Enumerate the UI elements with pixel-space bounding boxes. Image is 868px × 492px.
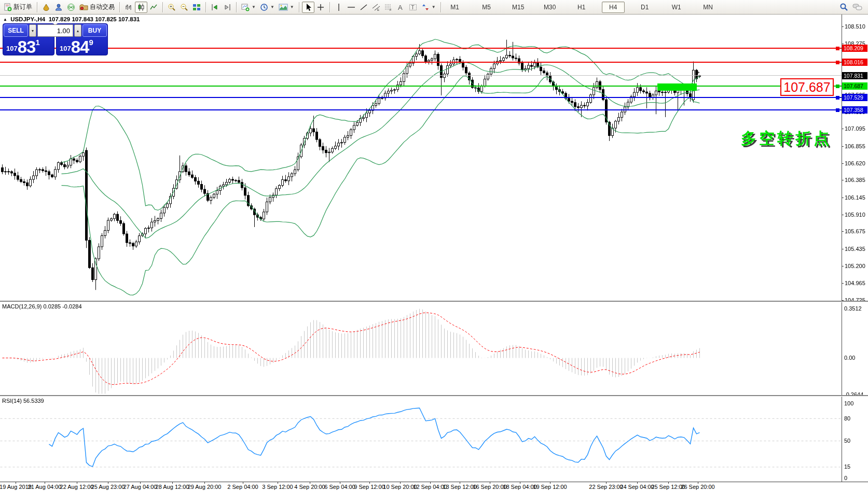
- annotation-text[interactable]: 多空转折点: [741, 128, 832, 149]
- buy-button[interactable]: BUY: [82, 24, 107, 37]
- candlestick-mode-button[interactable]: [135, 2, 147, 13]
- time-axis-label: 26 Sep 20:00: [681, 484, 714, 490]
- timeframe-button-w1[interactable]: W1: [665, 2, 688, 13]
- collapse-triangle-icon[interactable]: ▲: [3, 17, 7, 22]
- dropdown-caret: ▼: [290, 5, 294, 9]
- price-level-line[interactable]: [0, 97, 842, 98]
- highlight-rectangle[interactable]: [657, 83, 697, 91]
- trendline-tool-button[interactable]: [357, 2, 370, 13]
- tile-windows-button[interactable]: [190, 2, 203, 13]
- ohlc-values: 107.829 107.843 107.825 107.831: [49, 16, 140, 22]
- arrows-tool-button[interactable]: ▼: [419, 2, 438, 13]
- templates-button[interactable]: ▼: [277, 2, 296, 13]
- volume-down-button[interactable]: ▼: [29, 24, 36, 37]
- rsi-pane-canvas[interactable]: [0, 396, 842, 482]
- buy-price-point: 9: [89, 38, 93, 47]
- price-level-badge: 107.831: [842, 72, 867, 79]
- autotrading-button[interactable]: 自动交易: [77, 2, 117, 13]
- timeframe-button-m30[interactable]: M30: [539, 2, 561, 13]
- auto-scroll-button[interactable]: [209, 2, 221, 13]
- price-level-line[interactable]: [0, 62, 842, 63]
- price-level-line[interactable]: [0, 48, 842, 49]
- timeframe-button-m15[interactable]: M15: [507, 2, 530, 13]
- time-axis-label: 27 Aug 04:00: [123, 484, 157, 490]
- broadcast-button[interactable]: [65, 2, 77, 13]
- broadcast-icon: [67, 3, 75, 11]
- line-anchor-handle[interactable]: [836, 61, 839, 64]
- price-level-line[interactable]: [0, 86, 842, 87]
- periods-button[interactable]: ▼: [258, 2, 277, 13]
- symbol-period-label: USDJPY-,H4: [10, 16, 45, 22]
- cursor-tool-button[interactable]: [302, 2, 314, 13]
- vertical-line-tool-button[interactable]: [333, 2, 345, 13]
- horizontal-line-tool-button[interactable]: [345, 2, 357, 13]
- time-axis-label: 24 Sep 04:00: [620, 484, 654, 490]
- candlestick-chart-canvas[interactable]: [0, 15, 842, 301]
- text-tool-button[interactable]: A: [395, 2, 407, 13]
- tile-windows-icon: [192, 3, 201, 11]
- timeframe-button-m1[interactable]: M1: [444, 2, 466, 13]
- time-axis-label: 9 Sep 12:00: [354, 484, 384, 490]
- price-level-badge: 108.209: [842, 45, 867, 52]
- line-anchor-handle[interactable]: [836, 108, 839, 112]
- rsi-pane-separator[interactable]: [0, 395, 868, 396]
- zoom-in-button[interactable]: [166, 2, 178, 13]
- auto-scroll-icon: [211, 3, 219, 11]
- timeframe-button-mn[interactable]: MN: [697, 2, 720, 13]
- time-axis-label: 29 Aug 20:00: [188, 484, 222, 490]
- search-icon: [839, 3, 848, 11]
- rsi-value: 56.5339: [23, 398, 44, 404]
- timeframe-button-h4[interactable]: H4: [602, 2, 625, 13]
- chart-area[interactable]: ▲ USDJPY-,H4 107.829 107.843 107.825 107…: [0, 15, 868, 492]
- price-tick-label: 108.510: [845, 23, 865, 30]
- chat-bubbles-icon: [852, 3, 862, 11]
- price-level-line[interactable]: [0, 75, 842, 76]
- price-tick-label: 105.200: [845, 263, 865, 269]
- fibonacci-icon: F: [384, 3, 393, 11]
- price-callout-box[interactable]: 107.687: [780, 78, 834, 96]
- macd-pane-separator[interactable]: [0, 301, 868, 302]
- rsi-label: RSI(14) 56.5339: [2, 398, 44, 404]
- main-toolbar: 新订单 自动交易: [0, 0, 868, 15]
- new-order-button[interactable]: 新订单: [2, 2, 34, 13]
- time-axis-label: 6 Sep 04:00: [324, 484, 355, 490]
- equidistant-channel-icon: E: [372, 3, 380, 11]
- time-axis-label: 2 Sep 04:00: [227, 484, 258, 490]
- volume-input[interactable]: 1.00: [37, 24, 73, 37]
- profile-button[interactable]: [52, 2, 65, 13]
- search-button[interactable]: [837, 2, 850, 13]
- price-level-line[interactable]: [0, 109, 842, 110]
- sell-price[interactable]: 107831: [6, 40, 40, 54]
- text-label-icon: T: [409, 3, 417, 11]
- zoom-out-icon: [180, 3, 188, 11]
- zoom-out-button[interactable]: [178, 2, 190, 13]
- time-axis-label: 28 Aug 12:00: [156, 484, 189, 490]
- bar-chart-mode-button[interactable]: [122, 2, 135, 13]
- clock-icon: [260, 3, 268, 11]
- market-watch-button[interactable]: [40, 2, 52, 13]
- line-chart-mode-button[interactable]: [147, 2, 160, 13]
- timeframe-button-h1[interactable]: H1: [570, 2, 593, 13]
- volume-up-button[interactable]: ▲: [74, 24, 81, 37]
- macd-name: MACD(12,26,9): [2, 303, 42, 310]
- chart-shift-button[interactable]: [221, 2, 233, 13]
- timeframe-button-m5[interactable]: M5: [475, 2, 498, 13]
- chat-button[interactable]: [850, 2, 864, 13]
- time-axis-label: 13 Sep 12:00: [443, 484, 476, 490]
- svg-text:T: T: [411, 5, 414, 10]
- sell-button[interactable]: SELL: [4, 24, 28, 37]
- macd-pane-canvas[interactable]: [0, 302, 842, 395]
- fibonacci-tool-button[interactable]: F: [382, 2, 395, 13]
- line-anchor-handle[interactable]: [836, 47, 839, 50]
- new-chart-button[interactable]: ▼: [239, 2, 258, 13]
- crosshair-tool-button[interactable]: [314, 2, 327, 13]
- channel-tool-button[interactable]: E: [370, 2, 382, 13]
- label-tool-button[interactable]: T: [407, 2, 419, 13]
- toolbar-separator: [299, 2, 299, 12]
- line-anchor-handle[interactable]: [836, 96, 839, 100]
- template-image-icon: [279, 3, 288, 11]
- timeframe-button-d1[interactable]: D1: [633, 2, 656, 13]
- price-tick-label: 107.095: [845, 125, 865, 132]
- buy-price[interactable]: 107849: [60, 40, 93, 54]
- line-anchor-handle[interactable]: [836, 85, 839, 88]
